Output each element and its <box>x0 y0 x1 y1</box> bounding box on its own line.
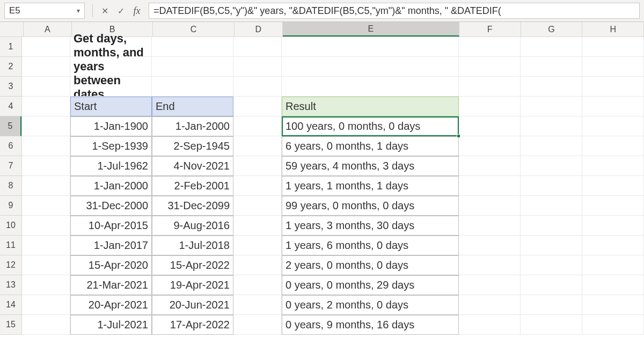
cell[interactable] <box>22 37 70 57</box>
cell[interactable]: 17-Apr-2022 <box>152 315 233 335</box>
formula-input[interactable]: =DATEDIF(B5,C5,"y")&" years, "&DATEDIF(B… <box>149 3 640 19</box>
cell[interactable] <box>459 275 521 295</box>
row-header[interactable]: 5 <box>0 116 21 136</box>
cell[interactable] <box>233 236 282 255</box>
cell[interactable]: 2-Feb-2001 <box>152 176 233 196</box>
cell[interactable] <box>22 295 70 315</box>
cell[interactable] <box>459 97 521 116</box>
cell[interactable]: End <box>152 97 233 116</box>
cell[interactable]: 0 years, 0 months, 29 days <box>282 275 459 295</box>
cell[interactable] <box>459 236 521 255</box>
cell[interactable] <box>233 196 282 216</box>
cell[interactable] <box>582 136 644 156</box>
cell[interactable]: 9-Aug-2016 <box>152 216 233 236</box>
cell[interactable] <box>233 176 282 196</box>
cell[interactable] <box>459 37 521 57</box>
cell[interactable] <box>521 57 582 77</box>
cell[interactable] <box>459 196 521 216</box>
cell[interactable] <box>233 255 282 275</box>
cell[interactable] <box>152 37 233 57</box>
cell[interactable] <box>582 255 644 275</box>
cell[interactable] <box>22 196 70 216</box>
cell[interactable] <box>582 275 644 295</box>
cell[interactable]: 1 years, 6 months, 0 days <box>282 236 459 255</box>
cell[interactable] <box>233 295 282 315</box>
cell[interactable] <box>521 97 582 116</box>
cancel-icon[interactable]: ✕ <box>98 4 111 17</box>
cell[interactable] <box>459 216 521 236</box>
cell[interactable] <box>459 57 521 77</box>
chevron-down-icon[interactable]: ▾ <box>77 7 80 14</box>
cell[interactable] <box>22 315 70 335</box>
cell[interactable] <box>521 156 582 176</box>
cells-area[interactable]: Get days, months, and years between date… <box>22 37 644 335</box>
cell[interactable] <box>233 315 282 335</box>
fill-handle[interactable] <box>457 134 460 138</box>
cell[interactable] <box>459 295 521 315</box>
cell[interactable]: 6 years, 0 months, 1 days <box>282 136 459 156</box>
cell[interactable] <box>582 97 644 116</box>
cell[interactable] <box>22 97 70 116</box>
cell[interactable]: 1-Jul-2018 <box>152 236 233 255</box>
cell[interactable] <box>582 37 644 57</box>
cell[interactable] <box>233 116 282 136</box>
row-header[interactable]: 13 <box>0 275 21 295</box>
cell[interactable] <box>282 77 459 97</box>
cell[interactable] <box>459 136 521 156</box>
cell[interactable] <box>459 176 521 196</box>
cell[interactable]: 2 years, 0 months, 0 days <box>282 255 459 275</box>
cell[interactable] <box>521 116 582 136</box>
cell[interactable]: Start <box>70 97 152 116</box>
fx-icon[interactable]: fx <box>130 4 143 17</box>
cell[interactable] <box>459 156 521 176</box>
cell[interactable]: 20-Apr-2021 <box>70 295 152 315</box>
cell[interactable] <box>521 255 582 275</box>
column-header[interactable]: D <box>235 22 283 36</box>
cell[interactable] <box>22 57 70 77</box>
cell[interactable] <box>521 315 582 335</box>
cell[interactable] <box>582 315 644 335</box>
row-header[interactable]: 7 <box>0 156 21 176</box>
cell[interactable] <box>22 77 70 97</box>
cell[interactable]: 99 years, 0 months, 0 days <box>282 196 459 216</box>
row-header[interactable]: 1 <box>0 37 21 57</box>
cell[interactable] <box>233 37 282 57</box>
row-header[interactable]: 2 <box>0 57 21 77</box>
row-header[interactable]: 10 <box>0 216 21 236</box>
cell[interactable] <box>521 77 582 97</box>
cell[interactable] <box>22 236 70 255</box>
cell[interactable]: 4-Nov-2021 <box>152 156 233 176</box>
cell[interactable]: 2-Sep-1945 <box>152 136 233 156</box>
cell[interactable] <box>521 236 582 255</box>
cell[interactable] <box>582 57 644 77</box>
row-header[interactable]: 3 <box>0 77 21 97</box>
cell[interactable] <box>233 77 282 97</box>
select-all-corner[interactable] <box>0 22 24 36</box>
cell[interactable] <box>582 156 644 176</box>
row-header[interactable]: 9 <box>0 196 21 216</box>
cell[interactable] <box>233 57 282 77</box>
cell[interactable]: Result <box>282 97 459 116</box>
row-header[interactable]: 14 <box>0 295 21 315</box>
cell[interactable] <box>582 176 644 196</box>
row-header[interactable]: 4 <box>0 97 21 116</box>
cell[interactable] <box>521 295 582 315</box>
cell[interactable] <box>22 275 70 295</box>
row-header[interactable]: 6 <box>0 136 21 156</box>
cell[interactable] <box>582 236 644 255</box>
column-header[interactable]: G <box>521 22 583 36</box>
name-box[interactable]: E5 ▾ <box>4 3 85 19</box>
cell[interactable] <box>70 77 152 97</box>
row-header[interactable]: 15 <box>0 315 21 335</box>
cell[interactable] <box>459 77 521 97</box>
cell[interactable] <box>233 136 282 156</box>
cell[interactable]: Get days, months, and years between date… <box>70 57 152 77</box>
cell[interactable]: 15-Apr-2020 <box>70 255 152 275</box>
column-header[interactable]: F <box>459 22 521 36</box>
cell[interactable]: 59 years, 4 months, 3 days <box>282 156 459 176</box>
cell[interactable] <box>521 37 582 57</box>
column-header[interactable]: A <box>24 22 72 36</box>
cell[interactable] <box>233 156 282 176</box>
cell[interactable]: 20-Jun-2021 <box>152 295 233 315</box>
cell[interactable]: 1-Jul-1962 <box>70 156 152 176</box>
